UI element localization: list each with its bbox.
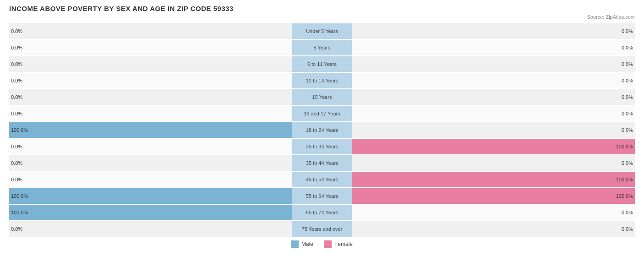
female-value: 100.0% <box>616 144 633 149</box>
female-value: 0.0% <box>622 28 633 34</box>
bar-row: 0.0%25 to 34 Years100.0% <box>9 139 635 154</box>
right-half: 0.0% <box>352 89 635 105</box>
center-label: 16 and 17 Years <box>292 106 352 121</box>
female-value: 100.0% <box>616 177 633 182</box>
center-label: 12 to 14 Years <box>292 73 352 88</box>
female-bar <box>352 172 635 187</box>
center-label: Under 5 Years <box>292 23 352 39</box>
right-half: 0.0% <box>352 122 635 138</box>
female-value: 0.0% <box>622 111 633 116</box>
female-value: 0.0% <box>622 210 633 215</box>
legend-male-box <box>291 240 299 248</box>
left-half: 0.0% <box>9 221 292 237</box>
male-value: 0.0% <box>11 160 22 166</box>
center-label: 35 to 44 Years <box>292 155 352 171</box>
left-half: 0.0% <box>9 23 292 39</box>
legend: Male Female <box>9 240 635 248</box>
bar-row: 0.0%Under 5 Years0.0% <box>9 23 635 39</box>
center-label: 15 Years <box>292 89 352 105</box>
right-half: 0.0% <box>352 56 635 72</box>
center-label: 18 to 24 Years <box>292 122 352 138</box>
right-half: 100.0% <box>352 172 635 187</box>
center-label: 75 Years and over <box>292 221 352 237</box>
left-half: 0.0% <box>9 89 292 105</box>
male-bar <box>9 205 292 220</box>
male-value: 0.0% <box>11 45 22 50</box>
legend-female-label: Female <box>334 241 353 247</box>
legend-female: Female <box>324 240 353 248</box>
left-half: 100.0% <box>9 205 292 220</box>
female-value: 0.0% <box>622 78 633 83</box>
bar-row: 0.0%75 Years and over0.0% <box>9 221 635 237</box>
female-value: 0.0% <box>622 94 633 100</box>
chart-container: 0.0%Under 5 Years0.0%0.0%5 Years0.0%0.0%… <box>9 23 635 237</box>
left-half: 100.0% <box>9 188 292 204</box>
center-label: 45 to 54 Years <box>292 172 352 187</box>
right-half: 0.0% <box>352 205 635 220</box>
center-label: 5 Years <box>292 40 352 55</box>
right-half: 0.0% <box>352 23 635 39</box>
legend-female-box <box>324 240 332 248</box>
female-value: 0.0% <box>622 45 633 50</box>
center-label: 6 to 11 Years <box>292 56 352 72</box>
male-bar <box>9 122 292 138</box>
center-label: 65 to 74 Years <box>292 205 352 220</box>
chart-title: INCOME ABOVE POVERTY BY SEX AND AGE IN Z… <box>9 5 635 12</box>
left-half: 0.0% <box>9 155 292 171</box>
male-value: 100.0% <box>11 127 28 133</box>
right-half: 0.0% <box>352 106 635 121</box>
right-half: 0.0% <box>352 155 635 171</box>
bar-row: 0.0%16 and 17 Years0.0% <box>9 106 635 121</box>
left-half: 0.0% <box>9 73 292 88</box>
bar-row: 100.0%65 to 74 Years0.0% <box>9 205 635 220</box>
left-half: 0.0% <box>9 106 292 121</box>
male-value: 0.0% <box>11 78 22 83</box>
male-value: 100.0% <box>11 193 28 199</box>
female-bar <box>352 139 635 154</box>
bar-row: 0.0%45 to 54 Years100.0% <box>9 172 635 187</box>
bar-row: 0.0%12 to 14 Years0.0% <box>9 73 635 88</box>
male-value: 100.0% <box>11 210 28 215</box>
female-bar <box>352 188 635 204</box>
bar-row: 0.0%35 to 44 Years0.0% <box>9 155 635 171</box>
left-half: 0.0% <box>9 40 292 55</box>
center-label: 55 to 64 Years <box>292 188 352 204</box>
left-half: 0.0% <box>9 172 292 187</box>
male-value: 0.0% <box>11 28 22 34</box>
male-value: 0.0% <box>11 94 22 100</box>
female-value: 0.0% <box>622 160 633 166</box>
male-value: 0.0% <box>11 177 22 182</box>
bar-row: 0.0%5 Years0.0% <box>9 40 635 55</box>
female-value: 0.0% <box>622 61 633 67</box>
left-half: 100.0% <box>9 122 292 138</box>
center-label: 25 to 34 Years <box>292 139 352 154</box>
male-value: 0.0% <box>11 61 22 67</box>
female-value: 100.0% <box>616 193 633 199</box>
source-text: Source: ZipAtlas.com <box>9 14 635 20</box>
bar-row: 100.0%55 to 64 Years100.0% <box>9 188 635 204</box>
right-half: 100.0% <box>352 188 635 204</box>
right-half: 100.0% <box>352 139 635 154</box>
legend-male: Male <box>291 240 313 248</box>
male-bar <box>9 188 292 204</box>
female-value: 0.0% <box>622 226 633 232</box>
bar-row: 0.0%6 to 11 Years0.0% <box>9 56 635 72</box>
male-value: 0.0% <box>11 226 22 232</box>
female-value: 0.0% <box>622 127 633 133</box>
bar-row: 100.0%18 to 24 Years0.0% <box>9 122 635 138</box>
bar-row: 0.0%15 Years0.0% <box>9 89 635 105</box>
left-half: 0.0% <box>9 139 292 154</box>
left-half: 0.0% <box>9 56 292 72</box>
right-half: 0.0% <box>352 221 635 237</box>
legend-male-label: Male <box>301 241 313 247</box>
right-half: 0.0% <box>352 73 635 88</box>
male-value: 0.0% <box>11 144 22 149</box>
male-value: 0.0% <box>11 111 22 116</box>
right-half: 0.0% <box>352 40 635 55</box>
